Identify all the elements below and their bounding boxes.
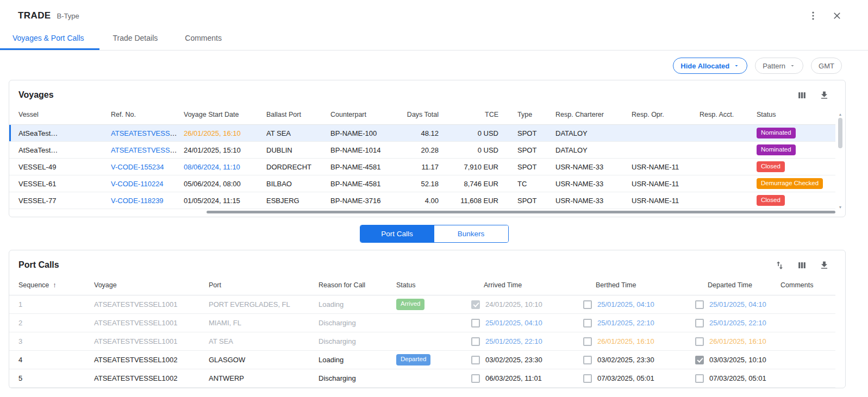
voyages-col-status[interactable]: Status xyxy=(757,108,835,125)
departed-checkbox[interactable] xyxy=(695,337,704,346)
voyage-row[interactable]: VESSEL-77 V-CODE-118239 01/05/2024, 11:1… xyxy=(9,192,835,209)
berthed-checkbox[interactable] xyxy=(583,374,592,383)
arrived-checkbox[interactable] xyxy=(471,300,480,309)
scroll-up-arrow[interactable]: ▲ xyxy=(839,112,842,116)
port-call-row[interactable]: 4 ATSEATESTVESSEL1002 GLASGOW Loading De… xyxy=(9,351,835,369)
arrived-checkbox[interactable] xyxy=(471,337,480,346)
port-call-row[interactable]: 2 ATSEATESTVESSEL1001 MIAMI, FL Discharg… xyxy=(9,314,835,332)
voyages-col-vessel[interactable]: Vessel xyxy=(9,108,111,125)
port-call-row[interactable]: 5 ATSEATESTVESSEL1002 ANTWERP Dischargin… xyxy=(9,369,835,388)
voyages-col-ballast-port[interactable]: Ballast Port xyxy=(266,108,330,125)
voyages-download-button[interactable] xyxy=(817,88,831,102)
voyages-col-tce[interactable]: TCE xyxy=(445,108,517,125)
voyage-cell: ATSEATESTVESSEL1001 xyxy=(94,314,209,332)
arrived-time: 25/01/2025, 22:10 xyxy=(485,337,542,345)
tce-cell: 0 USD xyxy=(445,142,517,159)
voyage-ref-link[interactable]: V-CODE-110224 xyxy=(111,180,164,188)
port-calls-col-status[interactable]: Status xyxy=(396,278,471,295)
voyages-col-days-total[interactable]: Days Total xyxy=(403,108,445,125)
port-calls-col-berthed[interactable]: Berthed Time xyxy=(583,278,695,295)
berthed-time-cell: 25/01/2025, 22:10 xyxy=(583,314,695,332)
voyage-ref-link[interactable]: V-CODE-155234 xyxy=(111,163,164,171)
arrived-checkbox[interactable] xyxy=(471,374,480,383)
departed-checkbox[interactable] xyxy=(695,356,704,364)
kebab-icon xyxy=(808,10,819,21)
status-cell xyxy=(396,314,471,332)
voyages-col-resp-charterer[interactable]: Resp. Charterer xyxy=(555,108,632,125)
port-calls-col-comments[interactable]: Comments xyxy=(780,278,835,295)
horizontal-scrollbar-thumb[interactable] xyxy=(207,211,835,213)
departed-time: 25/01/2025, 04:10 xyxy=(709,300,766,308)
pattern-label: Pattern xyxy=(763,62,785,70)
berthed-time-cell: 26/01/2025, 16:10 xyxy=(583,332,695,351)
voyages-col-resp-acct[interactable]: Resp. Acct. xyxy=(700,108,757,125)
ref-no-cell: V-CODE-118239 xyxy=(111,192,184,209)
voyages-col-ref-no[interactable]: Ref. No. xyxy=(111,108,184,125)
voyage-row[interactable]: AtSeaTest… ATSEATESTVESSEL1001 24/01/202… xyxy=(9,142,835,159)
departed-checkbox[interactable] xyxy=(695,374,704,383)
voyages-col-start-date[interactable]: Voyage Start Date xyxy=(184,108,266,125)
voyage-row[interactable]: VESSEL-61 V-CODE-110224 05/06/2024, 08:0… xyxy=(9,175,835,192)
port-calls-col-departed[interactable]: Departed Time xyxy=(695,278,780,295)
vertical-scrollbar[interactable]: ▲ ▼ xyxy=(837,112,844,209)
status-cell: Arrived xyxy=(396,295,471,314)
port-calls-col-port[interactable]: Port xyxy=(209,278,319,295)
arrived-checkbox[interactable] xyxy=(471,356,480,364)
voyages-col-type[interactable]: Type xyxy=(517,108,555,125)
arrived-checkbox[interactable] xyxy=(471,319,480,327)
tab-comments[interactable]: Comments xyxy=(171,27,235,50)
port-calls-columns-button[interactable] xyxy=(795,258,809,272)
port-calls-download-button[interactable] xyxy=(817,258,831,272)
port-calls-table: Sequence↑ Voyage Port Reason for Call St… xyxy=(9,278,835,388)
type-cell: SPOT xyxy=(517,159,555,175)
port-calls-sort-button[interactable] xyxy=(772,258,786,272)
tce-cell: 0 USD xyxy=(445,125,517,142)
voyage-row[interactable]: AtSeaTest… ATSEATESTVESSEL1002 26/01/202… xyxy=(9,125,835,142)
berthed-checkbox[interactable] xyxy=(583,319,592,327)
berthed-checkbox[interactable] xyxy=(583,337,592,346)
voyages-header: Voyages xyxy=(9,80,845,108)
port-calls-col-voyage[interactable]: Voyage xyxy=(94,278,209,295)
view-toggle: Port Calls Bunkers xyxy=(0,225,868,243)
arrived-time: 24/01/2025, 10:10 xyxy=(485,300,542,308)
port-calls-col-sequence[interactable]: Sequence↑ xyxy=(9,278,94,295)
tab-trade-details[interactable]: Trade Details xyxy=(99,27,172,50)
tab-bar: Voyages & Port Calls Trade Details Comme… xyxy=(0,27,868,51)
resp-charterer-cell: USR-NAME-33 xyxy=(555,192,632,209)
departed-time-cell: 07/03/2025, 05:01 xyxy=(695,369,780,388)
departed-checkbox[interactable] xyxy=(695,319,704,327)
timezone-button[interactable]: GMT xyxy=(811,58,842,74)
close-button[interactable] xyxy=(830,9,844,23)
vertical-scrollbar-thumb[interactable] xyxy=(838,118,842,148)
voyages-col-counterpart[interactable]: Counterpart xyxy=(330,108,403,125)
departed-checkbox[interactable] xyxy=(695,300,704,309)
port-call-row[interactable]: 3 ATSEATESTVESSEL1001 AT SEA Discharging… xyxy=(9,332,835,351)
voyage-row[interactable]: VESSEL-49 V-CODE-155234 08/06/2024, 11:1… xyxy=(9,159,835,175)
toggle-bunkers[interactable]: Bunkers xyxy=(434,225,508,242)
more-options-button[interactable] xyxy=(806,9,820,23)
berthed-checkbox[interactable] xyxy=(583,300,592,309)
tab-voyages-port-calls[interactable]: Voyages & Port Calls xyxy=(0,27,99,50)
port-calls-col-reason[interactable]: Reason for Call xyxy=(319,278,396,295)
resp-opr-cell xyxy=(632,125,700,142)
port-call-row[interactable]: 1 ATSEATESTVESSEL1001 PORT EVERGLADES, F… xyxy=(9,295,835,314)
horizontal-scrollbar[interactable] xyxy=(18,211,835,213)
vertical-scrollbar-track[interactable] xyxy=(837,118,844,204)
days-total-cell: 52.18 xyxy=(403,175,445,192)
berthed-checkbox[interactable] xyxy=(583,356,592,364)
pattern-button[interactable]: Pattern xyxy=(755,58,803,74)
resp-opr-cell: USR-NAME-11 xyxy=(632,192,700,209)
voyages-col-resp-opr[interactable]: Resp. Opr. xyxy=(632,108,700,125)
hide-allocated-button[interactable]: Hide Allocated xyxy=(673,58,747,74)
toggle-port-calls[interactable]: Port Calls xyxy=(360,225,434,242)
voyages-columns-button[interactable] xyxy=(795,88,809,102)
ref-no-cell: V-CODE-155234 xyxy=(111,159,184,175)
chevron-down-icon xyxy=(789,62,796,69)
resp-charterer-cell: USR-NAME-33 xyxy=(555,175,632,192)
scroll-down-arrow[interactable]: ▼ xyxy=(839,205,842,209)
voyage-ref-link[interactable]: ATSEATESTVESSEL1002 xyxy=(111,129,184,137)
voyages-section: Voyages Vessel Ref. No. Voyage Start Dat… xyxy=(9,80,846,217)
port-calls-col-arrived[interactable]: Arrived Time xyxy=(471,278,583,295)
voyage-ref-link[interactable]: V-CODE-118239 xyxy=(111,197,164,205)
voyage-ref-link[interactable]: ATSEATESTVESSEL1001 xyxy=(111,146,184,154)
